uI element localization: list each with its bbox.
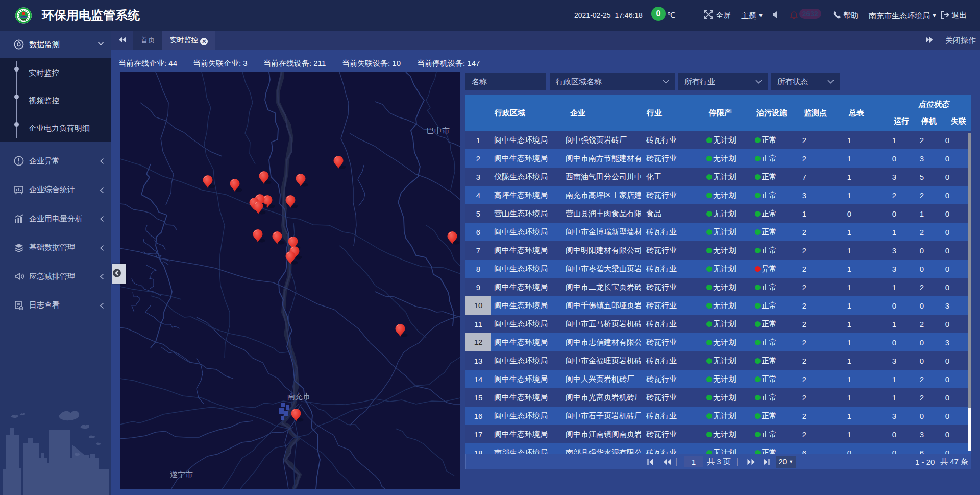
- svg-text:巴中市: 巴中市: [427, 126, 450, 135]
- svg-text:遂宁市: 遂宁市: [170, 470, 193, 479]
- svg-text:南充市: 南充市: [287, 392, 310, 400]
